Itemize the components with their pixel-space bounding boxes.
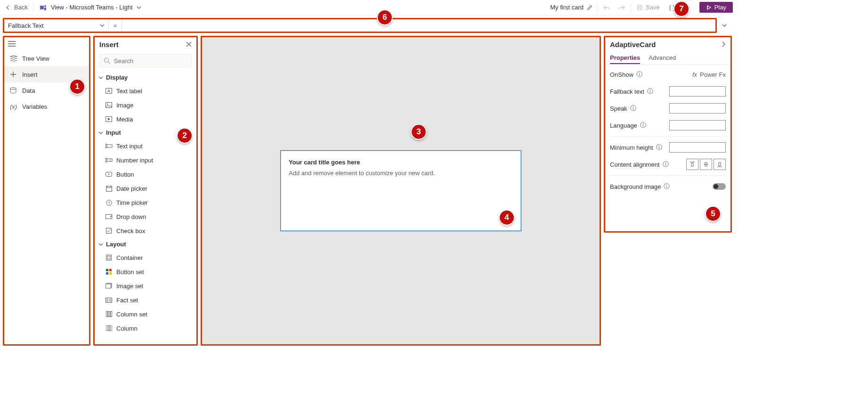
info-icon[interactable]: ⓘ (656, 143, 662, 152)
ctrl-date-picker[interactable]: Date picker (95, 181, 196, 195)
ctrl-label: Drop down (116, 213, 146, 220)
info-icon[interactable]: ⓘ (664, 182, 670, 191)
ctrl-container[interactable]: Container (95, 251, 196, 265)
arrow-left-icon (5, 4, 11, 11)
callout-6: 6 (377, 9, 393, 25)
min-height-input[interactable] (669, 142, 726, 153)
edit-icon (586, 4, 593, 11)
insert-search[interactable] (99, 54, 192, 67)
prop-label: Speak (610, 105, 627, 112)
topbar-left: Back View - Microsoft Teams - Light (2, 3, 144, 12)
save-label: Save (646, 4, 660, 11)
property-label: Fallback Text (8, 22, 44, 29)
redo-button[interactable] (615, 2, 628, 13)
checkbox-icon (105, 228, 113, 234)
prop-label: Language (610, 122, 637, 129)
ctrl-label: Media (116, 116, 133, 123)
nav-tree-view[interactable]: Tree View (4, 50, 89, 66)
tab-properties[interactable]: Properties (610, 51, 640, 64)
svg-rect-30 (108, 312, 110, 317)
topbar-right: My first card Save { } Play (547, 2, 733, 13)
callout-3: 3 (411, 124, 427, 140)
ctrl-button-set[interactable]: Button set (95, 265, 196, 279)
ctrl-text-label[interactable]: Text label (95, 84, 196, 98)
ctrl-column-set[interactable]: Column set (95, 307, 196, 321)
ctrl-number-input[interactable]: 1Number input (95, 153, 196, 167)
variables-icon: (x) (10, 103, 17, 110)
svg-rect-34 (110, 326, 112, 331)
info-icon[interactable]: ⓘ (636, 70, 642, 79)
bg-image-toggle[interactable] (713, 183, 726, 190)
group-display[interactable]: Display (95, 71, 196, 84)
search-icon (104, 57, 110, 64)
info-icon[interactable]: ⓘ (640, 121, 646, 130)
clock-icon (105, 200, 113, 206)
close-icon[interactable] (186, 41, 192, 47)
back-button[interactable]: Back (2, 3, 31, 12)
svg-rect-33 (108, 326, 110, 331)
group-layout[interactable]: Layout (95, 238, 196, 251)
align-middle-button[interactable] (700, 159, 712, 170)
canvas[interactable]: 3 Your card title goes here Add and remo… (201, 36, 601, 346)
chevron-down-icon (98, 130, 103, 135)
save-icon (636, 4, 643, 11)
nav-variables[interactable]: (x) Variables (4, 98, 89, 114)
button-icon (105, 172, 113, 177)
speak-input[interactable] (669, 103, 726, 113)
play-icon (706, 5, 712, 10)
text-input-icon (105, 144, 113, 148)
callout-4: 4 (499, 210, 515, 226)
align-bottom-button[interactable] (714, 159, 726, 170)
ctrl-label: Time picker (116, 199, 148, 206)
prop-fx-value[interactable]: fxPower Fx (692, 71, 726, 78)
nav-label: Variables (22, 103, 47, 110)
info-icon[interactable]: ⓘ (647, 87, 653, 96)
ctrl-label: Date picker (116, 185, 147, 192)
card-name-display[interactable]: My first card (547, 3, 596, 12)
adaptive-card-preview[interactable]: Your card title goes here Add and remove… (281, 151, 521, 231)
top-command-bar: Back View - Microsoft Teams - Light My f… (0, 0, 735, 15)
view-selector[interactable]: View - Microsoft Teams - Light (37, 3, 144, 12)
insert-header: Insert (95, 37, 196, 51)
ctrl-button[interactable]: Button (95, 167, 196, 181)
calendar-icon (105, 186, 113, 192)
undo-button[interactable] (600, 2, 613, 13)
play-button[interactable]: Play (699, 2, 733, 13)
fallback-text-input[interactable] (669, 86, 726, 97)
align-top-button[interactable] (686, 159, 698, 170)
ctrl-label: Check box (116, 227, 145, 235)
columnset-icon (105, 311, 113, 317)
save-button[interactable]: Save (633, 3, 664, 12)
chevron-right-icon[interactable] (721, 41, 726, 47)
divider (598, 3, 598, 12)
ctrl-label: Text input (116, 143, 143, 150)
ctrl-time-picker[interactable]: Time picker (95, 195, 196, 210)
ctrl-fact-set[interactable]: Fact set (95, 293, 196, 307)
svg-point-15 (108, 174, 110, 175)
svg-rect-31 (110, 312, 112, 317)
workarea: Tree View Insert Data (x) Variables 1 In… (0, 33, 735, 348)
prop-bg-image: Background imageⓘ (610, 178, 726, 194)
expand-formula-button[interactable] (719, 20, 730, 31)
ctrl-image[interactable]: Image (95, 98, 196, 112)
ctrl-dropdown[interactable]: Drop down (95, 210, 196, 224)
svg-rect-24 (106, 272, 108, 275)
formula-input[interactable] (122, 19, 715, 32)
callout-7: 7 (673, 1, 690, 17)
ctrl-media[interactable]: Media (95, 112, 196, 126)
chevron-down-icon (98, 242, 103, 247)
group-label: Display (106, 74, 128, 81)
card-body: Add and remove element to customize your… (289, 170, 513, 177)
ctrl-image-set[interactable]: Image set (95, 279, 196, 293)
ctrl-checkbox[interactable]: Check box (95, 224, 196, 238)
group-label: Input (106, 129, 121, 136)
hamburger-icon[interactable] (8, 41, 16, 47)
language-input[interactable] (669, 120, 726, 130)
insert-search-input[interactable] (114, 57, 193, 65)
property-selector[interactable]: Fallback Text (4, 19, 109, 32)
ctrl-column[interactable]: Column (95, 321, 196, 335)
tab-advanced[interactable]: Advanced (649, 51, 676, 64)
svg-rect-21 (107, 256, 110, 259)
info-icon[interactable]: ⓘ (630, 104, 636, 113)
info-icon[interactable]: ⓘ (663, 160, 669, 169)
